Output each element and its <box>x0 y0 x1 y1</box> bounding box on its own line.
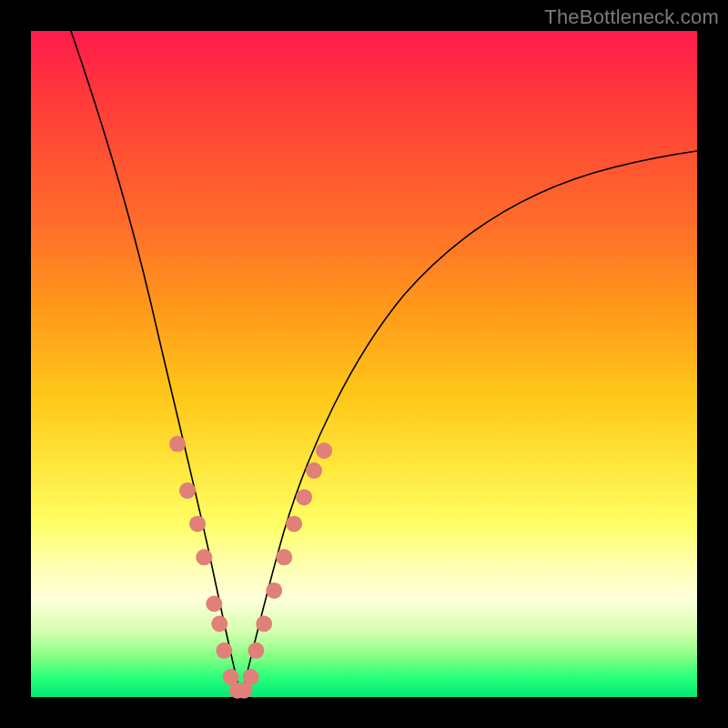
marker-dot <box>211 616 228 632</box>
marker-dot <box>206 596 222 612</box>
marker-dot <box>286 516 302 532</box>
marker-dot <box>189 516 206 532</box>
marker-dot <box>296 489 312 505</box>
marker-dot <box>256 616 272 632</box>
plot-area <box>31 31 697 697</box>
marker-dot <box>179 482 196 499</box>
marker-dot <box>196 549 212 565</box>
marker-dot <box>248 642 264 659</box>
watermark-text: TheBottleneck.com <box>544 5 719 29</box>
marker-dot <box>243 669 259 685</box>
marker-dot <box>316 442 332 459</box>
marker-dot <box>169 436 186 452</box>
marker-dot <box>276 549 292 565</box>
chart-frame: TheBottleneck.com <box>0 0 728 728</box>
marker-dot <box>216 642 232 659</box>
curve-right-arm <box>241 151 697 697</box>
marker-dot <box>306 462 322 479</box>
marker-dot <box>266 582 282 599</box>
chart-svg <box>31 31 697 697</box>
